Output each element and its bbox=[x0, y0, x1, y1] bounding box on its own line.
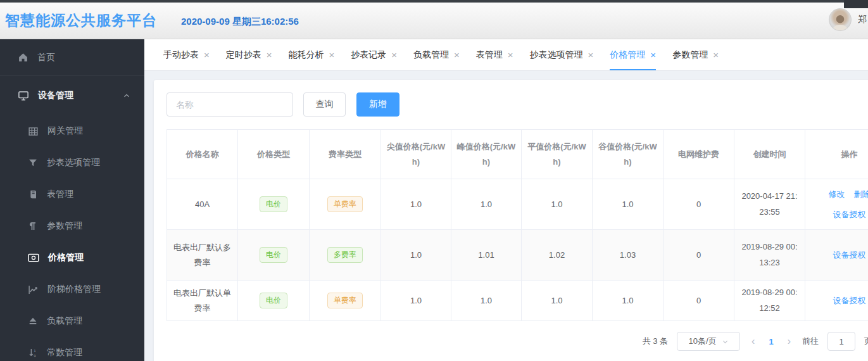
sidebar-item-price-mgmt[interactable]: 价格管理 bbox=[0, 242, 144, 274]
next-page-icon[interactable]: › bbox=[785, 336, 793, 347]
page-size-select[interactable]: 10条/页 bbox=[677, 332, 740, 351]
action-link[interactable]: 设备授权 bbox=[833, 293, 866, 308]
column-header: 谷值价格(元/kWh) bbox=[593, 130, 664, 179]
close-icon[interactable]: × bbox=[391, 50, 397, 60]
cell-sharp-price: 1.0 bbox=[381, 230, 451, 281]
cell-price-name: 40A bbox=[167, 179, 238, 230]
price-type-badge: 电价 bbox=[260, 196, 287, 212]
tab-label: 抄表记录 bbox=[351, 49, 386, 61]
sidebar-item-label: 表管理 bbox=[47, 189, 73, 200]
user-name: 郑 bbox=[858, 14, 867, 25]
sidebar-item-label: 阶梯价格管理 bbox=[47, 284, 101, 295]
close-icon[interactable]: × bbox=[204, 50, 210, 60]
cell-price-name: 电表出厂默认多费率 bbox=[167, 230, 238, 281]
action-link[interactable]: 删除 bbox=[854, 187, 868, 201]
sidebar-item-device-mgmt[interactable]: 设备管理 bbox=[0, 76, 144, 115]
tab-label: 参数管理 bbox=[672, 49, 708, 61]
cell-created-time: 2019-08-29 00:13:23 bbox=[734, 230, 805, 281]
tab[interactable]: 价格管理 × bbox=[601, 39, 664, 70]
cell-price-type: 电价 bbox=[238, 281, 310, 321]
tab[interactable]: 表管理 × bbox=[468, 39, 522, 70]
sidebar-item-gateway-mgmt[interactable]: 网关管理 bbox=[0, 115, 144, 147]
column-header: 价格类型 bbox=[238, 130, 310, 179]
cell-price-name: 电表出厂默认单费率 bbox=[167, 281, 238, 321]
sidebar-item-label: 设备管理 bbox=[38, 90, 73, 101]
close-icon[interactable]: × bbox=[713, 50, 719, 60]
sidebar-item-label: 抄表选项管理 bbox=[47, 157, 100, 168]
sidebar-item-tier-price-mgmt[interactable]: 阶梯价格管理 bbox=[0, 274, 144, 305]
sidebar-item-param-mgmt[interactable]: 参数管理 bbox=[0, 210, 144, 242]
cell-created-time: 2020-04-17 21:23:55 bbox=[734, 179, 805, 230]
rate-type-badge: 单费率 bbox=[327, 293, 363, 308]
close-icon[interactable]: × bbox=[267, 50, 272, 60]
rate-type-badge: 多费率 bbox=[327, 247, 363, 263]
tab-label: 负载管理 bbox=[413, 49, 449, 61]
money-icon bbox=[28, 253, 39, 263]
sidebar-item-label: 常数管理 bbox=[47, 347, 82, 358]
close-icon[interactable]: × bbox=[508, 50, 513, 60]
main-area: 手动抄表 × 定时抄表 × 能耗分析 × 抄表记录 × 负载管理 × 表管理 ×… bbox=[144, 39, 868, 361]
column-header: 操作 bbox=[805, 130, 868, 179]
cell-rate-type: 多费率 bbox=[310, 230, 381, 281]
sidebar-item-label: 价格管理 bbox=[48, 252, 84, 263]
close-icon[interactable]: × bbox=[588, 50, 594, 60]
tab-label: 手动抄表 bbox=[163, 49, 199, 61]
home-icon bbox=[18, 52, 28, 63]
sidebar-item-meter-mgmt[interactable]: 表管理 bbox=[0, 179, 144, 210]
cell-valley-price: 1.03 bbox=[593, 230, 664, 281]
cell-peak-price: 1.0 bbox=[451, 179, 522, 230]
sidebar-item-load-mgmt[interactable]: 负载管理 bbox=[0, 305, 144, 337]
cell-actions: 设备授权 bbox=[805, 281, 868, 321]
sidebar-item-constant-mgmt[interactable]: 1 9 常数管理 bbox=[0, 337, 144, 361]
prev-page-icon[interactable]: ‹ bbox=[749, 336, 757, 347]
app-header: 智慧能源公共服务平台 2020-09-09 星期三16:02:56 郑 bbox=[0, 3, 868, 39]
table-row: 电表出厂默认多费率 电价 多费率 1.0 1.01 1.02 1.03 0 20… bbox=[167, 230, 868, 281]
tab[interactable]: 抄表选项管理 × bbox=[522, 39, 602, 70]
cell-flat-price: 1.0 bbox=[522, 281, 593, 321]
sidebar-item-meter-option-mgmt[interactable]: 抄表选项管理 bbox=[0, 147, 144, 179]
add-button[interactable]: 新增 bbox=[356, 92, 399, 117]
cell-grid-fee: 0 bbox=[664, 281, 734, 321]
close-icon[interactable]: × bbox=[650, 50, 656, 60]
tab[interactable]: 负载管理 × bbox=[405, 39, 468, 70]
cell-rate-type: 单费率 bbox=[310, 179, 381, 230]
tab-label: 定时抄表 bbox=[226, 49, 261, 61]
tab[interactable]: 定时抄表 × bbox=[218, 39, 280, 70]
avatar[interactable] bbox=[829, 8, 852, 31]
page-number[interactable]: 1 bbox=[766, 337, 776, 346]
tab[interactable]: 手动抄表 × bbox=[155, 39, 218, 70]
monitor-icon bbox=[18, 90, 29, 101]
table-row: 电表出厂默认单费率 电价 单费率 1.0 1.0 1.0 1.0 0 2019-… bbox=[167, 281, 868, 321]
tab-label: 价格管理 bbox=[610, 49, 645, 61]
tab[interactable]: 参数管理 × bbox=[664, 39, 727, 70]
column-header: 价格名称 bbox=[167, 130, 238, 179]
close-icon[interactable]: × bbox=[329, 50, 335, 60]
action-link[interactable]: 修改 bbox=[829, 187, 845, 201]
action-link[interactable]: 设备授权 bbox=[833, 207, 866, 222]
person-icon bbox=[831, 13, 850, 30]
page-size-value: 10条/页 bbox=[689, 336, 717, 347]
column-header: 创建时间 bbox=[734, 130, 805, 179]
cell-peak-price: 1.0 bbox=[451, 281, 522, 321]
total-count: 共 3 条 bbox=[643, 336, 668, 347]
sidebar-item-label: 网关管理 bbox=[47, 125, 83, 137]
column-header: 尖值价格(元/kWh) bbox=[381, 130, 451, 179]
cell-peak-price: 1.01 bbox=[451, 230, 522, 281]
tab[interactable]: 能耗分析 × bbox=[280, 39, 343, 70]
search-input[interactable] bbox=[167, 92, 293, 117]
sidebar-item-label: 参数管理 bbox=[47, 220, 82, 232]
sort-numeric-icon: 1 9 bbox=[28, 348, 38, 358]
tab[interactable]: 抄表记录 × bbox=[343, 39, 405, 70]
close-icon[interactable]: × bbox=[454, 50, 460, 60]
goto-page-input[interactable] bbox=[827, 332, 855, 351]
sidebar-item-home[interactable]: 首页 bbox=[0, 39, 144, 76]
goto-label: 前往 bbox=[802, 336, 819, 347]
cell-sharp-price: 1.0 bbox=[381, 281, 451, 321]
price-type-badge: 电价 bbox=[260, 293, 287, 308]
user-box[interactable]: 郑 bbox=[829, 8, 867, 31]
price-table: 价格名称价格类型费率类型尖值价格(元/kWh)峰值价格(元/kWh)平值价格(元… bbox=[167, 129, 868, 321]
action-link[interactable]: 设备授权 bbox=[833, 248, 866, 262]
query-button[interactable]: 查询 bbox=[303, 92, 346, 117]
cell-sharp-price: 1.0 bbox=[381, 179, 451, 230]
column-header: 峰值价格(元/kWh) bbox=[451, 130, 522, 179]
